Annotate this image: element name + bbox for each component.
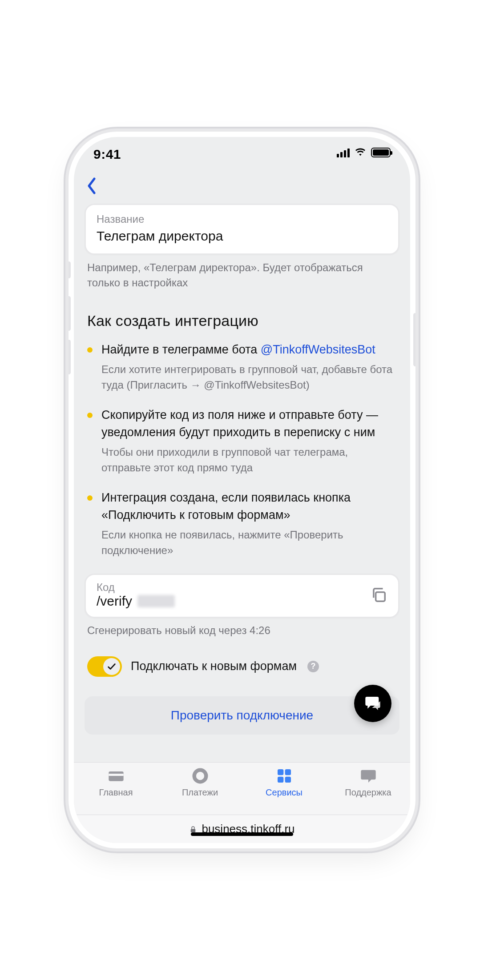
svg-rect-7	[285, 777, 290, 783]
code-field-card[interactable]: Код /verify	[85, 574, 399, 618]
step-2: Скопируйте код из поля ниже и отправьте …	[87, 406, 397, 476]
bullet-icon	[87, 347, 93, 353]
svg-rect-5	[285, 769, 290, 775]
check-icon	[107, 662, 117, 671]
cellular-icon	[337, 148, 350, 157]
tab-services-label: Сервисы	[266, 787, 302, 798]
section-title: Как создать интеграцию	[85, 291, 399, 338]
step-3-sub: Если кнопка не появилась, нажмите «Прове…	[101, 527, 397, 558]
code-label: Код	[97, 581, 361, 594]
step-2-text: Скопируйте код из поля ниже и отправьте …	[101, 406, 397, 441]
svg-rect-2	[109, 774, 123, 776]
back-button[interactable]	[85, 177, 99, 197]
code-secret-masked	[137, 595, 175, 607]
browser-url-bar[interactable]: business.tinkoff.ru	[74, 815, 410, 843]
tab-support-label: Поддержка	[345, 787, 391, 798]
battery-icon	[371, 148, 391, 157]
name-hint: Например, «Телеграм директора». Будет от…	[85, 255, 399, 291]
tab-payments[interactable]: Платежи	[158, 767, 242, 798]
name-input-label: Название	[97, 211, 387, 227]
volume-up-button	[69, 296, 71, 331]
step-3-text: Интеграция создана, если появилась кнопк…	[101, 489, 397, 524]
circle-icon	[191, 767, 209, 785]
regenerate-timer: Сгенерировать новый код через 4:26	[85, 618, 399, 637]
bullet-icon	[87, 495, 93, 501]
svg-rect-1	[109, 771, 123, 781]
card-icon	[107, 767, 125, 785]
code-value: /verify	[97, 594, 132, 609]
tab-home-label: Главная	[99, 787, 133, 798]
step-1-text: Найдите в телеграмме бота	[101, 343, 261, 356]
tab-support[interactable]: Поддержка	[326, 767, 410, 798]
name-input-value: Телеграм директора	[97, 227, 387, 245]
step-1-sub: Если хотите интегрировать в групповой ча…	[101, 362, 397, 393]
power-button	[413, 313, 415, 366]
toggle-label: Подключать к новым формам	[131, 659, 297, 673]
tab-home[interactable]: Главная	[74, 767, 158, 798]
connect-new-forms-toggle[interactable]	[87, 656, 122, 677]
svg-rect-6	[278, 777, 283, 783]
status-bar: 9:41	[74, 137, 410, 173]
status-time: 9:41	[93, 147, 121, 162]
lock-icon	[189, 825, 197, 833]
tab-payments-label: Платежи	[182, 787, 218, 798]
tab-bar: Главная Платежи Сервисы	[74, 762, 410, 815]
copy-icon	[370, 586, 387, 603]
grid-icon	[275, 767, 293, 785]
verify-connection-button[interactable]: Проверить подключение	[85, 696, 399, 735]
support-chat-icon	[359, 767, 377, 785]
chat-fab[interactable]	[354, 685, 391, 722]
wifi-icon	[354, 148, 367, 157]
svg-rect-4	[278, 769, 283, 775]
chat-icon	[364, 695, 382, 712]
svg-rect-8	[191, 829, 196, 832]
step-2-sub: Чтобы они приходили в групповой чат теле…	[101, 445, 397, 476]
svg-rect-0	[376, 592, 385, 601]
bot-handle-link[interactable]: @TinkoffWebsitesBot	[261, 343, 375, 356]
volume-down-button	[69, 340, 71, 374]
home-indicator[interactable]	[191, 832, 293, 836]
name-input-card[interactable]: Название Телеграм директора	[85, 204, 399, 255]
tab-services[interactable]: Сервисы	[242, 767, 326, 798]
side-button	[69, 261, 71, 278]
bullet-icon	[87, 413, 93, 418]
copy-button[interactable]	[368, 584, 389, 606]
help-icon[interactable]: ?	[307, 661, 319, 672]
step-3: Интеграция создана, если появилась кнопк…	[87, 489, 397, 558]
chevron-left-icon	[85, 177, 99, 195]
step-1: Найдите в телеграмме бота @TinkoffWebsit…	[87, 341, 397, 393]
svg-point-3	[194, 770, 206, 782]
